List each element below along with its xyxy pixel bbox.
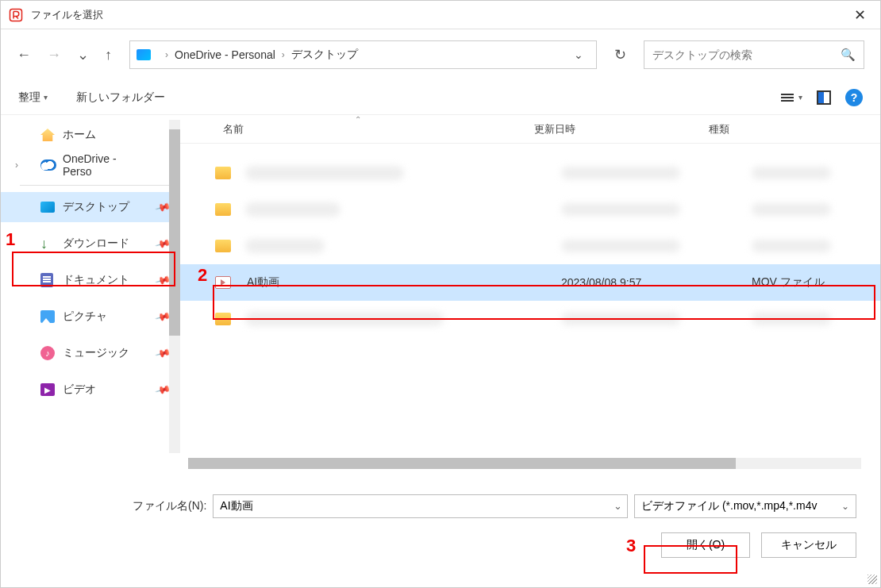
refresh-icon[interactable]: ↻ <box>608 46 633 63</box>
organize-menu[interactable]: 整理▾ <box>18 90 48 105</box>
blurred-text <box>245 202 340 217</box>
column-header-name[interactable]: 名前 <box>180 122 534 136</box>
breadcrumb-dropdown-icon[interactable]: ⌄ <box>574 48 583 61</box>
desktop-icon <box>40 202 55 213</box>
file-list-header: ⌃ 名前 更新日時 種類 <box>180 115 880 144</box>
sidebar-downloads[interactable]: ↓ ダウンロード 📌 <box>1 229 180 259</box>
blurred-text <box>752 203 831 216</box>
app-icon <box>9 8 23 22</box>
resize-grip-icon[interactable] <box>868 575 877 584</box>
folder-icon <box>137 49 151 60</box>
blurred-text <box>245 239 325 253</box>
filename-input-wrap[interactable]: ⌄ <box>213 494 628 518</box>
column-header-date[interactable]: 更新日時 <box>534 122 709 136</box>
cancel-button[interactable]: キャンセル <box>761 532 856 558</box>
column-header-type[interactable]: 種類 <box>709 122 729 136</box>
sidebar-onedrive[interactable]: › OneDrive - Perso <box>1 150 180 180</box>
sort-indicator-icon[interactable]: ⌃ <box>355 115 361 124</box>
sidebar-scrollbar[interactable] <box>169 120 180 453</box>
search-box[interactable]: 🔍 <box>644 40 864 69</box>
scrollbar-thumb[interactable] <box>188 458 736 469</box>
sidebar-pictures[interactable]: ピクチャ 📌 <box>1 302 180 332</box>
dropdown-icon: ⌄ <box>841 501 849 512</box>
toolbar: 整理▾ 新しいフォルダー ▾ ? <box>1 80 880 115</box>
sidebar-videos[interactable]: ▶ ビデオ 📌 <box>1 375 180 405</box>
blurred-text <box>752 240 831 252</box>
video-icon: ▶ <box>40 383 55 396</box>
file-row[interactable] <box>180 191 880 228</box>
scrollbar-thumb[interactable] <box>169 129 180 336</box>
folder-icon <box>215 240 231 252</box>
blurred-text <box>561 313 680 325</box>
up-icon[interactable]: ↑ <box>105 47 112 63</box>
chevron-right-icon[interactable]: › <box>15 159 18 171</box>
blurred-text <box>752 167 831 179</box>
dropdown-icon: ▾ <box>44 93 48 102</box>
forward-icon[interactable]: → <box>47 47 61 63</box>
folder-icon <box>215 203 231 216</box>
horizontal-scrollbar[interactable] <box>188 458 861 469</box>
bottom-panel: ファイル名(N): ⌄ ビデオファイル (*.mov,*.mp4,*.m4v ⌄… <box>1 469 880 583</box>
sidebar: ホーム › OneDrive - Perso デスクトップ 📌 ↓ ダウンロード… <box>1 115 180 469</box>
file-type-filter[interactable]: ビデオファイル (*.mov,*.mp4,*.m4v ⌄ <box>634 494 856 518</box>
preview-pane-button[interactable] <box>817 90 831 105</box>
breadcrumb-desktop[interactable]: デスクトップ <box>291 48 358 62</box>
window-title: ファイルを選択 <box>31 8 848 22</box>
breadcrumb-bar[interactable]: › OneDrive - Personal › デスクトップ ⌄ <box>129 40 597 69</box>
filename-input[interactable] <box>220 495 602 517</box>
file-row[interactable] <box>180 228 880 264</box>
close-icon[interactable]: ✕ <box>848 3 872 27</box>
file-type: MOV ファイル <box>752 275 825 290</box>
breadcrumb-sep-icon: › <box>282 49 285 60</box>
blurred-text <box>561 167 680 179</box>
download-icon: ↓ <box>40 236 48 252</box>
blurred-text <box>561 203 680 216</box>
title-bar: ファイルを選択 ✕ <box>1 1 880 29</box>
file-name: AI動画 <box>247 275 279 290</box>
file-row[interactable] <box>180 301 880 337</box>
sidebar-music[interactable]: ♪ ミュージック 📌 <box>1 338 180 368</box>
folder-icon <box>215 313 231 325</box>
sidebar-desktop[interactable]: デスクトップ 📌 <box>1 192 180 222</box>
blurred-text <box>752 313 831 325</box>
recent-dropdown-icon[interactable]: ⌄ <box>77 46 89 63</box>
back-icon[interactable]: ← <box>17 47 31 63</box>
search-icon[interactable]: 🔍 <box>841 48 856 62</box>
blurred-text <box>245 312 444 326</box>
breadcrumb-onedrive[interactable]: OneDrive - Personal <box>175 48 275 61</box>
breadcrumb-sep-icon: › <box>165 49 168 60</box>
blurred-text <box>245 166 404 180</box>
document-icon <box>40 273 53 287</box>
view-mode-button[interactable]: ▾ <box>781 93 802 102</box>
pictures-icon <box>40 310 55 323</box>
new-folder-button[interactable]: 新しいフォルダー <box>76 90 165 105</box>
dropdown-icon: ▾ <box>798 93 802 102</box>
file-row-selected[interactable]: AI動画 2023/08/08 9:57 MOV ファイル <box>180 264 880 301</box>
blurred-text <box>561 240 680 252</box>
home-icon <box>40 129 55 141</box>
sidebar-separator <box>20 185 169 186</box>
list-icon <box>781 94 794 102</box>
open-button[interactable]: 開く(O) <box>661 532 750 558</box>
folder-icon <box>215 167 231 179</box>
filename-dropdown-icon[interactable]: ⌄ <box>614 500 622 512</box>
search-input[interactable] <box>652 48 841 61</box>
help-icon[interactable]: ? <box>845 89 863 106</box>
music-icon: ♪ <box>40 346 55 360</box>
file-date: 2023/08/08 9:57 <box>561 276 641 289</box>
filename-label: ファイル名(N): <box>133 499 206 513</box>
nav-row: ← → ⌄ ↑ › OneDrive - Personal › デスクトップ ⌄… <box>1 29 880 80</box>
onedrive-icon <box>40 159 56 171</box>
sidebar-documents[interactable]: ドキュメント 📌 <box>1 265 180 295</box>
file-row[interactable] <box>180 155 880 191</box>
sidebar-home[interactable]: ホーム <box>1 120 180 150</box>
file-list-area: ⌃ 名前 更新日時 種類 AI動画 2023/08/08 9:57 MOV ファ… <box>180 115 880 469</box>
video-file-icon <box>215 276 231 289</box>
